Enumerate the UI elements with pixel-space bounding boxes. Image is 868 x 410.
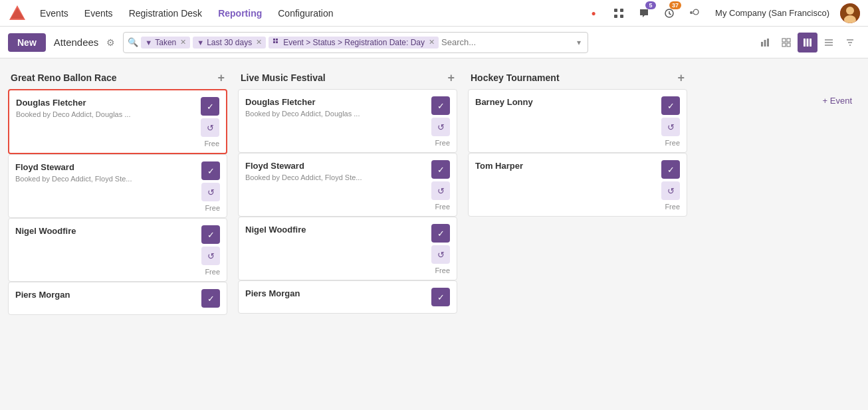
filter-icon-3 [272,38,280,47]
column-add-hockey[interactable]: + [677,72,685,84]
card-refresh-button[interactable]: ↺ [431,245,450,264]
card-actions: ✓ ↺ [201,225,220,265]
card-sub: Booked by Deco Addict, Douglas ... [16,110,130,118]
new-button[interactable]: New [8,33,46,52]
card-price: Free [15,204,220,212]
filter-days-close[interactable]: ✕ [256,38,262,47]
activity-button[interactable]: 37 [659,3,679,23]
card-name: Barney Lonny [475,96,533,108]
nav-events[interactable]: Events [78,3,120,24]
search-bar: 🔍 ▼ Taken ✕ ▼ Last 30 days ✕ Event > Sta… [123,32,588,53]
kanban-card-barney-lonny[interactable]: Barney Lonny ✓ ↺ Free [468,89,687,153]
svg-rect-22 [804,39,806,47]
kanban-view-button[interactable] [798,33,817,52]
card-refresh-button[interactable]: ↺ [201,183,220,201]
chat-button[interactable]: 5 [634,3,654,23]
company-name[interactable]: My Company (San Francisco) [710,8,835,18]
column-add-great-reno[interactable]: + [217,72,225,84]
search-dropdown-arrow[interactable]: ▾ [574,38,584,47]
card-sub: Booked by Deco Addict, Floyd Ste... [245,173,362,181]
filter-tag-days[interactable]: ▼ Last 30 days ✕ [193,37,266,49]
nav-events-app[interactable]: Events [33,3,75,24]
svg-rect-4 [614,15,617,18]
card-name: Nigel Woodfire [15,225,76,237]
kanban-card-floyd-steward-2[interactable]: Floyd Steward Booked by Deco Addict, Flo… [238,153,457,217]
svg-rect-19 [787,39,790,42]
nav-registration-desk[interactable]: Registration Desk [122,3,209,24]
svg-rect-11 [273,39,275,41]
svg-rect-12 [276,39,278,41]
card-check-button[interactable]: ✓ [201,97,219,116]
apps-button[interactable] [609,3,629,23]
card-check-button[interactable]: ✓ [431,288,450,306]
card-refresh-button[interactable]: ↺ [661,118,680,136]
filter-tag-taken[interactable]: ▼ Taken ✕ [141,37,190,49]
card-refresh-button[interactable]: ↺ [201,118,219,137]
svg-rect-21 [787,43,790,47]
svg-marker-1 [11,8,24,19]
card-price: Free [245,139,450,147]
kanban-column-hockey: Hockey Tournament + Barney Lonny ✓ ↺ Fre… [468,66,687,402]
card-actions: ✓ ↺ [431,96,450,136]
grid-view-button[interactable] [776,33,796,52]
kanban-card-nigel-woodfire-2[interactable]: Nigel Woodfire ✓ ↺ Free [238,217,457,280]
column-add-live-music[interactable]: + [447,72,455,84]
filter-tag-event[interactable]: Event > Status > Registration Date: Day … [269,37,439,49]
card-actions: ✓ [201,289,220,308]
card-sub: Booked by Deco Addict, Douglas ... [245,110,360,118]
card-check-button[interactable]: ✓ [201,225,220,244]
kanban-card-douglas-fletcher-1[interactable]: Douglas Fletcher Booked by Deco Addict, … [8,89,227,154]
column-title-hockey: Hockey Tournament [471,72,560,83]
card-sub: Booked by Deco Addict, Floyd Ste... [15,175,132,183]
red-dot-button[interactable]: ● [584,3,603,23]
svg-rect-5 [620,15,623,18]
nav-configuration[interactable]: Configuration [271,3,340,24]
filter-view-button[interactable] [840,33,860,52]
top-navigation: Events Events Registration Desk Reportin… [0,0,868,27]
chart-view-button[interactable] [755,33,775,52]
kanban-card-tom-harper[interactable]: Tom Harper ✓ ↺ Free [468,153,687,217]
user-avatar[interactable] [840,3,860,23]
card-refresh-button[interactable]: ↺ [661,181,680,200]
kanban-card-floyd-steward-1[interactable]: Floyd Steward Booked by Deco Addict, Flo… [8,154,227,218]
card-price: Free [475,139,680,147]
filter-taken-close[interactable]: ✕ [180,38,186,47]
card-name: Tom Harper [475,160,523,172]
kanban-column-great-reno: Great Reno Ballon Race + Douglas Fletche… [8,66,227,402]
kanban-card-nigel-woodfire-1[interactable]: Nigel Woodfire ✓ ↺ Free [8,218,227,282]
filter-event-close[interactable]: ✕ [429,38,435,47]
card-check-button[interactable]: ✓ [431,96,450,115]
kanban-card-piers-morgan-2[interactable]: Piers Morgan ✓ [238,280,457,314]
kanban-column-live-music: Live Music Festival + Douglas Fletcher B… [238,66,457,402]
nav-reporting[interactable]: Reporting [211,3,269,24]
card-check-button[interactable]: ✓ [661,96,680,115]
settings-gear-icon[interactable]: ⚙ [104,35,118,51]
svg-rect-18 [782,39,786,42]
list-view-button[interactable] [819,33,839,52]
card-refresh-button[interactable]: ↺ [431,181,450,200]
kanban-card-piers-morgan-1[interactable]: Piers Morgan ✓ [8,282,227,315]
search-icon: 🔍 [128,37,138,47]
app-logo[interactable] [8,4,27,23]
search-input[interactable] [441,37,572,47]
card-check-button[interactable]: ✓ [201,289,220,308]
card-name: Piers Morgan [15,289,70,301]
svg-rect-3 [620,9,623,12]
card-actions: ✓ ↺ [431,224,450,264]
add-event-button[interactable]: + Event [817,93,857,108]
filter-icon-2: ▼ [197,39,204,47]
card-actions: ✓ ↺ [431,160,450,200]
card-actions: ✓ ↺ [661,160,680,200]
wrench-button[interactable] [685,3,705,23]
card-refresh-button[interactable]: ↺ [431,118,450,136]
card-name: Floyd Steward [15,161,132,173]
kanban-card-douglas-fletcher-2[interactable]: Douglas Fletcher Booked by Deco Addict, … [238,89,457,153]
card-name: Floyd Steward [245,160,362,172]
card-check-button[interactable]: ✓ [201,161,220,180]
column-title-live-music: Live Music Festival [241,72,326,83]
card-check-button[interactable]: ✓ [431,160,450,179]
card-check-button[interactable]: ✓ [431,224,450,243]
card-refresh-button[interactable]: ↺ [201,247,220,265]
svg-rect-13 [273,41,275,43]
card-check-button[interactable]: ✓ [661,160,680,179]
